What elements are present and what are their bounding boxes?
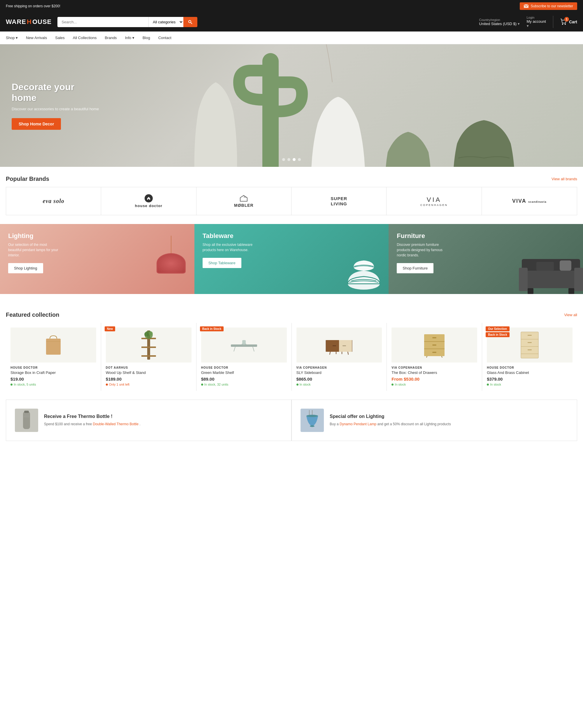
newsletter-label: Subscribe to our newsletter bbox=[531, 4, 573, 8]
brand-housedoctor-logo: house doctor bbox=[135, 194, 162, 208]
product-badge-6a: Our Selection bbox=[485, 327, 509, 331]
product-price-2: $189.00 bbox=[106, 376, 192, 382]
mobler-text: MØBLER bbox=[234, 203, 254, 208]
product-name-6: Glass And Brass Cabinet bbox=[487, 370, 573, 375]
nav-contact[interactable]: Contact bbox=[158, 31, 171, 44]
cart-section[interactable]: 1 Cart bbox=[560, 19, 577, 25]
svg-rect-59 bbox=[528, 342, 532, 343]
product-name-3: Green Marble Shelf bbox=[201, 370, 287, 375]
brand-via[interactable]: VIA COPENHAGEN bbox=[387, 187, 481, 215]
nav-shop[interactable]: Shop ▾ bbox=[6, 31, 18, 44]
product-stock-3: In stock, 32 units bbox=[201, 383, 287, 386]
product-card-2[interactable]: New DOT AARHUS Wood Up Shelf & Stand $18… bbox=[101, 323, 196, 391]
svg-line-43 bbox=[348, 352, 348, 355]
brand-housedoctor[interactable]: house doctor bbox=[101, 187, 196, 215]
dot-2[interactable] bbox=[287, 158, 290, 161]
sideboard-icon bbox=[325, 336, 354, 355]
shop-home-decor-button[interactable]: Shop Home Decor bbox=[12, 118, 61, 130]
svg-rect-41 bbox=[342, 345, 346, 346]
promo-title-2: Special offer on Lighting bbox=[330, 414, 451, 419]
nav-info[interactable]: Info ▾ bbox=[125, 31, 134, 44]
svg-rect-35 bbox=[242, 340, 246, 344]
brands-header: Popular Brands View all brands bbox=[0, 167, 583, 187]
chevron-down-icon2: ▾ bbox=[527, 24, 546, 28]
product-img-4 bbox=[297, 328, 382, 363]
promo-link-1[interactable]: Double-Walled Thermo Bottle bbox=[93, 422, 138, 426]
dot-3[interactable] bbox=[293, 158, 296, 161]
nav-all-collections[interactable]: All Collections bbox=[73, 31, 97, 44]
shop-tableware-button[interactable]: Shop Tableware bbox=[202, 258, 241, 268]
tableware-content: Tableware Shop all the exclusive tablewa… bbox=[202, 232, 255, 268]
viva-text: VIVA bbox=[512, 198, 526, 204]
brand-superliving[interactable]: SUPERLIVING bbox=[292, 187, 387, 215]
viva-sub: scandinavia bbox=[528, 200, 547, 203]
promo-img-2 bbox=[301, 409, 324, 432]
header: WAREHOUSE All categories Country/region … bbox=[0, 12, 583, 31]
svg-rect-50 bbox=[432, 344, 436, 346]
product-card-5[interactable]: VIA COPENHAGEN The Box: Chest of Drawers… bbox=[387, 323, 482, 391]
house-doctor-icon bbox=[145, 194, 153, 202]
shop-furniture-button[interactable]: Shop Furniture bbox=[397, 263, 434, 273]
category-select[interactable]: All categories bbox=[148, 17, 183, 27]
product-stock-4: In stock bbox=[297, 383, 382, 386]
stock-dot-5 bbox=[391, 384, 393, 386]
brand-mobler[interactable]: MØBLER bbox=[196, 187, 292, 215]
brand-viva[interactable]: VIVA scandinavia bbox=[482, 187, 577, 215]
chest-icon bbox=[423, 333, 446, 358]
category-furniture: Furniture Discover premium furniture pro… bbox=[389, 224, 583, 294]
nav-sales[interactable]: Sales bbox=[55, 31, 65, 44]
svg-line-33 bbox=[253, 347, 254, 352]
product-name-5: The Box: Chest of Drawers bbox=[391, 370, 477, 375]
product-card-6[interactable]: Our Selection Back in Stock HOUSE DOCTOR… bbox=[482, 323, 577, 391]
shop-lighting-button[interactable]: Shop Lighting bbox=[8, 263, 43, 273]
logo[interactable]: WAREHOUSE bbox=[6, 18, 52, 26]
svg-point-70 bbox=[310, 425, 314, 427]
via-sub: COPENHAGEN bbox=[420, 204, 448, 207]
dot-4[interactable] bbox=[298, 158, 301, 161]
login-label: Login bbox=[527, 16, 546, 19]
product-grid: HOUSE DOCTOR Storage Box in Craft Paper … bbox=[6, 323, 577, 391]
hero-content: Decorate your home Discover our accessor… bbox=[0, 70, 111, 141]
svg-line-32 bbox=[234, 347, 235, 352]
brand-evasolo[interactable]: eva solo bbox=[6, 187, 101, 215]
newsletter-button[interactable]: Subscribe to our newsletter bbox=[520, 2, 577, 10]
svg-rect-18 bbox=[528, 288, 533, 294]
hero-subtext: Discover our accessories to create a bea… bbox=[12, 107, 99, 111]
search-input[interactable] bbox=[57, 17, 148, 27]
product-card-3[interactable]: Back in Stock HOUSE DOCTOR Green Marble … bbox=[196, 323, 292, 391]
header-right: Country/region United States (USD $) ▾ L… bbox=[479, 16, 577, 28]
cart-icon-wrap: 1 bbox=[560, 19, 567, 25]
svg-rect-16 bbox=[519, 268, 528, 291]
product-badge-3: Back in Stock bbox=[200, 327, 224, 331]
view-all-brands[interactable]: View all brands bbox=[552, 177, 577, 181]
sofa-decoration bbox=[519, 250, 583, 294]
nav-blog[interactable]: Blog bbox=[142, 31, 150, 44]
brand-via-logo: VIA COPENHAGEN bbox=[420, 196, 448, 207]
svg-line-52 bbox=[426, 356, 427, 358]
product-brand-4: VIA COPENHAGEN bbox=[297, 366, 382, 369]
account-section[interactable]: Login My account ▾ bbox=[527, 16, 553, 28]
view-all-featured[interactable]: View all bbox=[564, 313, 577, 317]
chevron-down-icon: ▾ bbox=[518, 22, 520, 26]
dot-1[interactable] bbox=[282, 158, 285, 161]
promo-content-1: Receive a Free Thermo Bottle ! Spend $10… bbox=[44, 414, 140, 427]
country-selector[interactable]: Country/region United States (USD $) ▾ bbox=[479, 18, 520, 26]
nav-new-arrivals[interactable]: New Arrivals bbox=[26, 31, 47, 44]
search-button[interactable] bbox=[183, 17, 197, 27]
product-card-1[interactable]: HOUSE DOCTOR Storage Box in Craft Paper … bbox=[6, 323, 101, 391]
product-brand-1: HOUSE DOCTOR bbox=[10, 366, 96, 369]
bowl-icon bbox=[345, 256, 383, 291]
svg-rect-40 bbox=[333, 345, 336, 346]
promo-link-2[interactable]: Dynamo Pendant Lamp bbox=[340, 422, 376, 426]
category-grid: Lighting Our selection of the most beaut… bbox=[0, 224, 583, 294]
svg-rect-64 bbox=[24, 413, 29, 414]
thermo-bottle-icon bbox=[18, 410, 35, 431]
nav-brands[interactable]: Brands bbox=[105, 31, 117, 44]
product-card-4[interactable]: VIA COPENHAGEN SLY Sideboard $865.00 In … bbox=[292, 323, 387, 391]
brands-title: Popular Brands bbox=[6, 176, 49, 182]
brands-grid: eva solo house doctor MØBLER bbox=[6, 187, 577, 215]
marble-shelf-icon bbox=[229, 339, 258, 352]
lamp-cord bbox=[171, 236, 171, 253]
svg-line-53 bbox=[442, 356, 442, 358]
top-bar: Free shipping on orders over $200! Subsc… bbox=[0, 0, 583, 12]
